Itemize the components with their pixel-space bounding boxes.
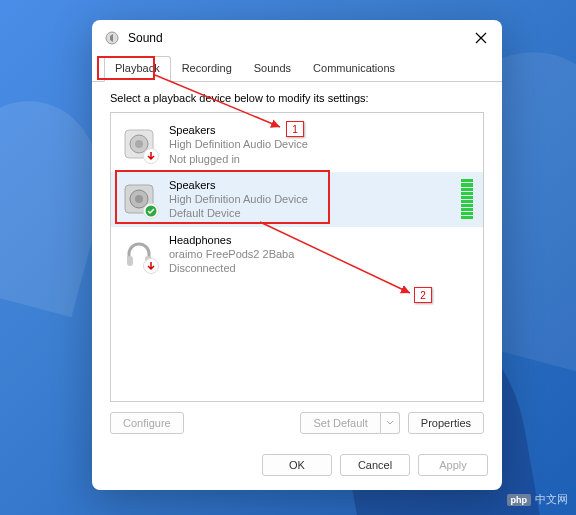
level-meter [461, 179, 473, 219]
close-icon [475, 32, 487, 44]
device-item-speakers-default[interactable]: Speakers High Definition Audio Device De… [111, 172, 483, 227]
watermark-badge: php [507, 494, 532, 506]
device-status: Default Device [169, 206, 453, 220]
device-text: Speakers High Definition Audio Device De… [169, 178, 453, 221]
svg-point-6 [135, 195, 143, 203]
tab-playback[interactable]: Playback [104, 56, 171, 82]
sound-dialog: Sound Playback Recording Sounds Communic… [92, 20, 502, 490]
sound-app-icon [104, 30, 120, 46]
tab-recording[interactable]: Recording [171, 56, 243, 81]
apply-button[interactable]: Apply [418, 454, 488, 476]
close-button[interactable] [472, 29, 490, 47]
speaker-icon [121, 181, 157, 217]
watermark-text: 中文网 [535, 492, 568, 507]
set-default-split-button[interactable]: Set Default [300, 412, 399, 434]
device-title: Speakers [169, 123, 473, 137]
device-item-headphones[interactable]: Headphones oraimo FreePods2 2Baba Discon… [111, 227, 483, 282]
device-text: Headphones oraimo FreePods2 2Baba Discon… [169, 233, 473, 276]
tab-sounds[interactable]: Sounds [243, 56, 302, 81]
svg-rect-8 [127, 256, 133, 266]
device-list[interactable]: Speakers High Definition Audio Device No… [110, 112, 484, 402]
device-text: Speakers High Definition Audio Device No… [169, 123, 473, 166]
device-item-speakers-unplugged[interactable]: Speakers High Definition Audio Device No… [111, 117, 483, 172]
configure-button[interactable]: Configure [110, 412, 184, 434]
chevron-down-icon [386, 419, 394, 427]
device-title: Speakers [169, 178, 453, 192]
ok-button[interactable]: OK [262, 454, 332, 476]
watermark: php 中文网 [507, 492, 569, 507]
device-status: Not plugged in [169, 152, 473, 166]
tabs-bar: Playback Recording Sounds Communications [92, 56, 502, 82]
dialog-title: Sound [128, 31, 472, 45]
device-title: Headphones [169, 233, 473, 247]
device-subtitle: High Definition Audio Device [169, 192, 453, 206]
device-subtitle: High Definition Audio Device [169, 137, 473, 151]
tab-content: Select a playback device below to modify… [92, 82, 502, 444]
dialog-footer: OK Cancel Apply [92, 444, 502, 490]
set-default-dropdown[interactable] [381, 412, 400, 434]
device-status: Disconnected [169, 261, 473, 275]
tab-communications[interactable]: Communications [302, 56, 406, 81]
device-action-bar: Configure Set Default Properties [110, 412, 484, 434]
checkmark-badge-icon [143, 203, 159, 219]
titlebar: Sound [92, 20, 502, 56]
cancel-button[interactable]: Cancel [340, 454, 410, 476]
svg-point-3 [135, 140, 143, 148]
speaker-icon [121, 126, 157, 162]
headphones-icon [121, 236, 157, 272]
set-default-button[interactable]: Set Default [300, 412, 380, 434]
properties-button[interactable]: Properties [408, 412, 484, 434]
device-subtitle: oraimo FreePods2 2Baba [169, 247, 473, 261]
instruction-text: Select a playback device below to modify… [110, 92, 484, 104]
